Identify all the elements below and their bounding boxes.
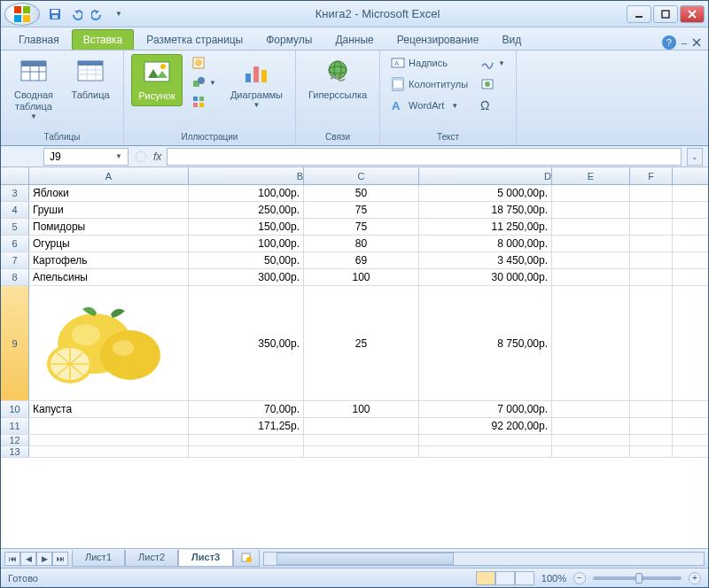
cell[interactable] bbox=[419, 435, 552, 445]
cell[interactable]: 5 000,00р. bbox=[419, 185, 552, 201]
office-button[interactable] bbox=[4, 3, 40, 26]
sheet-tab-3[interactable]: Лист3 bbox=[178, 550, 233, 567]
cell[interactable]: 7 000,00р. bbox=[419, 401, 552, 417]
clipart-button[interactable] bbox=[188, 54, 220, 72]
cell[interactable]: 50,00р. bbox=[189, 252, 304, 268]
cell[interactable] bbox=[304, 418, 419, 434]
sheet-nav-next[interactable]: ▶ bbox=[36, 552, 52, 566]
tab-formulas[interactable]: Формулы bbox=[255, 30, 323, 50]
zoom-slider[interactable] bbox=[593, 576, 682, 580]
row-header[interactable]: 11 bbox=[1, 418, 29, 434]
cell[interactable]: 3 450,00р. bbox=[419, 252, 552, 268]
cell[interactable]: 25 bbox=[304, 286, 419, 400]
col-header-F[interactable]: F bbox=[630, 167, 673, 184]
row-header[interactable]: 9 bbox=[1, 286, 29, 400]
col-header-A[interactable]: A bbox=[29, 167, 189, 184]
cell[interactable]: 100 bbox=[304, 269, 419, 285]
view-normal[interactable] bbox=[476, 571, 495, 585]
sheet-tab-new[interactable] bbox=[233, 550, 260, 567]
col-header-B[interactable]: B bbox=[189, 167, 304, 184]
cell[interactable]: Яблоки bbox=[29, 185, 189, 201]
cell[interactable]: Картофель bbox=[29, 252, 189, 268]
sheet-tab-1[interactable]: Лист1 bbox=[72, 550, 125, 567]
sheet-tab-2[interactable]: Лист2 bbox=[125, 550, 178, 567]
tab-layout[interactable]: Разметка страницы bbox=[136, 30, 253, 50]
cell[interactable] bbox=[552, 202, 630, 218]
cancel-icon[interactable] bbox=[134, 150, 148, 164]
row-header[interactable]: 12 bbox=[1, 435, 29, 445]
cell[interactable]: 75 bbox=[304, 219, 419, 235]
charts-button[interactable]: Диаграммы▼ bbox=[225, 54, 288, 112]
cell[interactable]: 8 000,00р. bbox=[419, 236, 552, 251]
horizontal-scrollbar[interactable] bbox=[263, 552, 705, 566]
cell[interactable] bbox=[630, 446, 673, 457]
view-pagebreak[interactable] bbox=[515, 571, 534, 585]
table-button[interactable]: Таблица bbox=[65, 54, 116, 104]
cell[interactable] bbox=[189, 435, 304, 445]
undo-button[interactable] bbox=[66, 4, 86, 24]
row-header[interactable]: 6 bbox=[1, 236, 29, 251]
tab-view[interactable]: Вид bbox=[491, 30, 532, 50]
cell[interactable] bbox=[304, 446, 419, 457]
doc-close-icon[interactable] bbox=[692, 38, 701, 47]
cell[interactable] bbox=[630, 286, 673, 400]
view-layout[interactable] bbox=[495, 571, 515, 585]
zoom-in[interactable]: + bbox=[689, 572, 701, 584]
cell[interactable] bbox=[630, 418, 673, 434]
cell[interactable] bbox=[29, 418, 189, 434]
smartart-button[interactable] bbox=[188, 93, 220, 111]
fx-label[interactable]: fx bbox=[153, 151, 161, 163]
cell[interactable] bbox=[630, 435, 673, 445]
cell[interactable] bbox=[304, 435, 419, 445]
cell[interactable] bbox=[189, 446, 304, 457]
cell[interactable]: 70,00р. bbox=[189, 401, 304, 417]
cell[interactable] bbox=[630, 219, 673, 235]
tab-data[interactable]: Данные bbox=[324, 30, 384, 50]
row-header[interactable]: 4 bbox=[1, 202, 29, 218]
maximize-button[interactable] bbox=[653, 5, 678, 23]
cell[interactable] bbox=[630, 236, 673, 251]
cell[interactable]: 100 bbox=[304, 401, 419, 417]
cell[interactable] bbox=[552, 236, 630, 251]
cell[interactable]: 80 bbox=[304, 236, 419, 251]
formula-expand[interactable]: ⌄ bbox=[687, 148, 703, 166]
row-header[interactable]: 5 bbox=[1, 219, 29, 235]
grid-body[interactable]: 3Яблоки100,00р.505 000,00р.4Груши250,00р… bbox=[1, 185, 708, 548]
cell[interactable] bbox=[29, 435, 189, 445]
row-header[interactable]: 7 bbox=[1, 252, 29, 268]
cell[interactable]: 75 bbox=[304, 202, 419, 218]
cell[interactable] bbox=[552, 219, 630, 235]
cell[interactable]: 300,00р. bbox=[189, 269, 304, 285]
object-button[interactable] bbox=[477, 75, 509, 93]
cell[interactable]: 11 250,00р. bbox=[419, 219, 552, 235]
wordart-button[interactable]: AWordArt▼ bbox=[387, 97, 471, 114]
save-button[interactable] bbox=[45, 4, 65, 24]
minimize-button[interactable] bbox=[627, 5, 651, 23]
row-header[interactable]: 10 bbox=[1, 401, 29, 417]
row-header[interactable]: 3 bbox=[1, 185, 29, 201]
cell[interactable]: 100,00р. bbox=[189, 236, 304, 251]
cell[interactable] bbox=[552, 418, 630, 434]
hscroll-thumb[interactable] bbox=[277, 553, 454, 565]
zoom-level[interactable]: 100% bbox=[541, 573, 566, 584]
qat-customize[interactable]: ▼ bbox=[109, 4, 129, 24]
cell[interactable] bbox=[630, 269, 673, 285]
cell[interactable] bbox=[630, 401, 673, 417]
row-header[interactable]: 8 bbox=[1, 269, 29, 285]
cell[interactable] bbox=[552, 401, 630, 417]
cell[interactable]: 30 000,00р. bbox=[419, 269, 552, 285]
cell[interactable]: Апельсины bbox=[29, 269, 189, 285]
cell[interactable]: 92 200,00р. bbox=[419, 418, 552, 434]
close-button[interactable] bbox=[680, 5, 705, 23]
col-header-C[interactable]: C bbox=[304, 167, 419, 184]
sheet-nav-first[interactable]: ⏮ bbox=[4, 552, 20, 566]
pivot-table-button[interactable]: Сводная таблица▼ bbox=[8, 54, 59, 124]
cell[interactable]: 69 bbox=[304, 252, 419, 268]
symbol-button[interactable]: Ω bbox=[477, 97, 509, 114]
cell[interactable] bbox=[630, 185, 673, 201]
tab-home[interactable]: Главная bbox=[8, 30, 70, 50]
hyperlink-button[interactable]: Гиперссылка bbox=[303, 54, 372, 104]
cell[interactable] bbox=[419, 446, 552, 457]
zoom-out[interactable]: − bbox=[573, 572, 586, 584]
cell[interactable]: 18 750,00р. bbox=[419, 202, 552, 218]
